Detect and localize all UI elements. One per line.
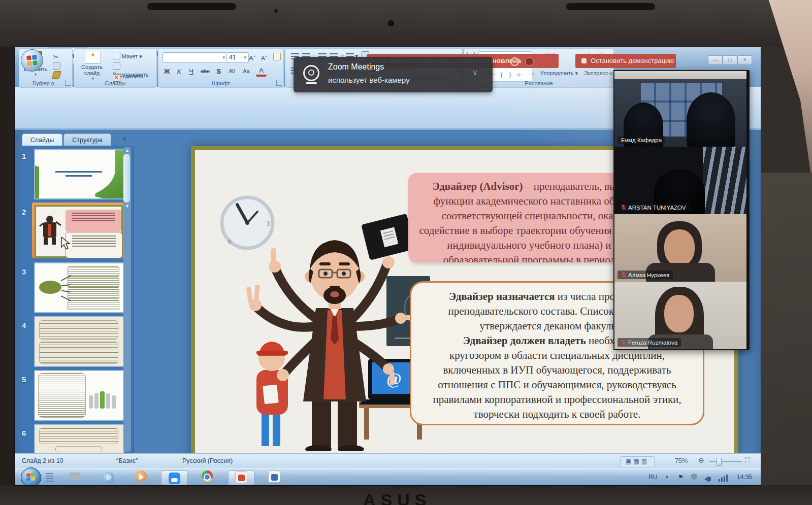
quick-launch-icon[interactable] bbox=[46, 473, 53, 482]
font-name-combo[interactable]: ▾ bbox=[163, 52, 228, 63]
person-silhouette bbox=[687, 92, 735, 147]
slide-text-line: отношения с ППС и обучающимися, руководс… bbox=[411, 378, 703, 392]
font-size-combo[interactable]: 41▾ bbox=[226, 52, 249, 63]
zoom-webcam-notification[interactable]: Zoom Meetings использует веб-камеру ∨ bbox=[294, 57, 493, 92]
taskbar-app-chrome[interactable] bbox=[194, 470, 220, 484]
slide-number: 4 bbox=[22, 321, 32, 330]
tray-hidden-icons[interactable]: ▴ bbox=[666, 474, 668, 479]
shape-icon[interactable]: } bbox=[506, 71, 514, 79]
bold-button[interactable]: Ж bbox=[161, 66, 172, 77]
clear-formatting-icon[interactable] bbox=[273, 53, 282, 61]
muted-mic-icon bbox=[621, 272, 626, 278]
thumbnail-box bbox=[68, 289, 119, 299]
advisor-illustration: 3 6 @ bbox=[208, 172, 436, 451]
quick-styles-button[interactable]: Экспресс-с bbox=[584, 69, 613, 77]
person-face bbox=[664, 295, 694, 332]
scroll-up-icon[interactable]: ▲ bbox=[123, 147, 131, 154]
tray-network-icon[interactable] bbox=[719, 474, 730, 482]
change-case-button[interactable]: Aa bbox=[240, 66, 253, 77]
taskbar-app-zoom[interactable] bbox=[161, 470, 187, 485]
svg-text:3: 3 bbox=[267, 220, 270, 227]
windows-taskbar: e RU ▴ ⚑ 14:35 bbox=[15, 468, 761, 486]
grow-font-icon[interactable]: А˄ bbox=[249, 53, 255, 61]
speaker-vent bbox=[147, 3, 236, 10]
slide-thumbnail-6[interactable] bbox=[34, 424, 124, 454]
shape-icon[interactable]: ☆ bbox=[514, 71, 523, 79]
slide-thumbnail-5[interactable] bbox=[34, 370, 124, 421]
zoom-stop-share-button[interactable]: Остановить демонстрацию bbox=[575, 54, 676, 68]
chevron-down-icon[interactable]: ∨ bbox=[472, 68, 478, 77]
tray-clock[interactable]: 14:35 bbox=[737, 474, 752, 481]
thumbnail-people bbox=[88, 390, 119, 413]
shrink-font-icon[interactable]: А˅ bbox=[261, 53, 268, 61]
panel-drag-handle[interactable] bbox=[614, 71, 746, 79]
new-slide-button[interactable]: ✦ Создать слайд▾ bbox=[76, 51, 110, 81]
bezel-screw bbox=[274, 9, 278, 13]
fit-to-window-icon[interactable]: ⛶ bbox=[745, 456, 750, 464]
laptop-left-bezel bbox=[0, 47, 14, 485]
close-button[interactable]: × bbox=[737, 55, 752, 65]
minimize-button[interactable]: — bbox=[708, 55, 723, 65]
arrange-button[interactable]: Упорядочить ▾ bbox=[540, 69, 578, 77]
layout-button[interactable]: Макет ▾ bbox=[113, 52, 142, 60]
scroll-down-icon[interactable]: ▼ bbox=[123, 203, 131, 210]
delete-slide-button[interactable]: ✕Удалить bbox=[113, 72, 143, 80]
tray-flag-icon[interactable]: ⚑ bbox=[678, 474, 684, 481]
slide-counter: Слайд 2 из 10 bbox=[22, 457, 63, 464]
participant-video-2[interactable]: ARSTAN TUNIYAZOV bbox=[614, 147, 746, 214]
shape-icon[interactable]: { bbox=[497, 71, 506, 79]
slide-thumbnail-2-selected[interactable] bbox=[32, 203, 124, 258]
cut-icon[interactable]: ✂ bbox=[53, 53, 59, 61]
italic-button[interactable]: К bbox=[174, 66, 184, 77]
taskbar-app-internet-explorer[interactable]: e bbox=[96, 470, 121, 484]
tray-speaker-icon[interactable] bbox=[704, 475, 711, 484]
tray-update-icon[interactable] bbox=[691, 474, 697, 482]
banner-record-icon[interactable] bbox=[525, 57, 534, 66]
banner-circle-icon[interactable] bbox=[510, 57, 519, 66]
shapes-more-icon[interactable]: ▿ bbox=[532, 70, 535, 78]
copy-icon[interactable] bbox=[53, 62, 62, 70]
participant-video-3[interactable]: Алмаз Нуркеев bbox=[614, 214, 746, 282]
close-pane-icon[interactable]: x bbox=[120, 135, 128, 143]
slide-thumbnail-1[interactable] bbox=[34, 149, 124, 199]
zoom-out-icon[interactable]: ⊖ bbox=[698, 456, 704, 464]
participant-video-1[interactable]: Еимд Кафедра bbox=[614, 79, 746, 147]
text-shadow-button[interactable]: S bbox=[213, 66, 224, 77]
zoom-level: 75% bbox=[675, 457, 688, 464]
status-bar: Слайд 2 из 10 “Базис” Русский (Россия) ▣… bbox=[15, 453, 761, 469]
view-buttons[interactable]: ▣▦▥ bbox=[620, 456, 655, 467]
slide-thumbnail-4[interactable] bbox=[34, 316, 124, 367]
thumbnail-box bbox=[39, 320, 118, 340]
taskbar-app-folder[interactable] bbox=[61, 470, 87, 484]
reset-button[interactable]: Восстановить bbox=[113, 62, 156, 70]
zoom-participants-panel[interactable]: Еимд Кафедра ARSTAN TUNIYAZOV Алмаз Нурк… bbox=[613, 70, 750, 350]
restore-button[interactable]: □ bbox=[723, 55, 737, 65]
start-button[interactable] bbox=[21, 467, 41, 486]
strikethrough-button[interactable]: abc bbox=[198, 66, 212, 77]
tab-outline-pane[interactable]: Структура bbox=[63, 133, 111, 146]
zoom-slider-thumb[interactable] bbox=[717, 458, 722, 466]
thumbnails-scrollbar[interactable]: ▲ ▼ bbox=[123, 147, 131, 452]
format-painter-icon[interactable] bbox=[53, 71, 62, 79]
tab-slides-pane[interactable]: Слайды bbox=[22, 133, 62, 146]
taskbar-app-word[interactable] bbox=[262, 470, 287, 484]
tray-language[interactable]: RU bbox=[648, 474, 657, 481]
slide-text-line: включенных в ИУП обучающегося, поддержив… bbox=[411, 363, 703, 378]
thumbnail-pink-box bbox=[66, 210, 121, 232]
thumbnail-oval bbox=[39, 281, 61, 294]
scrollbar-thumb[interactable] bbox=[123, 154, 130, 203]
taskbar-app-powerpoint[interactable] bbox=[228, 470, 254, 485]
underline-button[interactable]: Ч bbox=[186, 66, 197, 77]
taskbar-app-media-player[interactable] bbox=[128, 470, 154, 484]
zoom-slider[interactable] bbox=[709, 461, 742, 462]
character-spacing-button[interactable]: AV bbox=[225, 66, 239, 77]
slide-thumbnail-3[interactable] bbox=[34, 262, 124, 313]
asus-logo: ASUS bbox=[363, 490, 431, 505]
slide-number: 3 bbox=[22, 267, 32, 276]
participant-video-4[interactable]: Feruza Ruzmatova bbox=[614, 282, 746, 349]
clipboard-dialog-launcher-icon[interactable] bbox=[65, 80, 71, 86]
font-color-button[interactable]: А bbox=[256, 66, 267, 77]
office-button[interactable] bbox=[21, 49, 43, 72]
font-dialog-launcher-icon[interactable] bbox=[276, 80, 282, 86]
slide-number: 1 bbox=[22, 152, 32, 160]
